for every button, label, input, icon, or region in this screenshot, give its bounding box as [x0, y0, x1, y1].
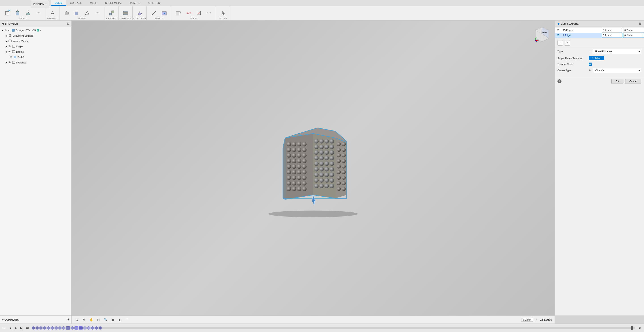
tree-expand-sketches[interactable]: ▶ [5, 61, 8, 64]
tab-mesh[interactable]: MESH [86, 0, 101, 6]
svg-point-7 [38, 12, 39, 13]
svg-point-85 [302, 142, 306, 146]
tree-item-settings[interactable]: ▶ Document Settings [0, 33, 71, 38]
svg-point-13 [96, 12, 96, 13]
browser-title: BROWSER [5, 22, 18, 25]
eye-icon-sketches[interactable]: 👁 [8, 61, 12, 64]
tree-item-sketches[interactable]: ▶ 👁 Sketches [0, 60, 71, 65]
eye-icon-doc[interactable]: 👁 [4, 29, 8, 32]
browser-header: ◀ BROWSER ⚙ [0, 20, 71, 27]
tree-item-origin[interactable]: ▶ 👁 Origin [0, 44, 71, 49]
dot-icon-doc[interactable]: ● [8, 29, 11, 32]
svg-point-33 [210, 12, 211, 13]
tree-icon-named-views [8, 39, 12, 43]
tab-plastic[interactable]: PLASTIC [126, 0, 144, 6]
3d-model [248, 112, 322, 166]
select-label: SELECT [216, 17, 230, 19]
tree-item-bodies[interactable]: ▾ 👁 Bodies [0, 49, 71, 54]
eye-icon-origin[interactable]: 👁 [8, 45, 12, 48]
svg-point-60 [287, 153, 291, 158]
model-area[interactable]: RIGHT Z Y [72, 20, 322, 166]
modify-label: MODIFY [60, 17, 104, 19]
tree-label-bodies: Bodies [16, 50, 24, 53]
configure-label: CONFIGURE [119, 17, 132, 19]
tree-icon-body1 [14, 55, 16, 59]
browser-settings-icon[interactable]: ⚙ [67, 22, 70, 25]
svg-point-87 [302, 153, 306, 158]
svg-rect-16 [109, 13, 112, 15]
insert-label: INSERT [172, 17, 216, 19]
svg-rect-18 [124, 11, 128, 12]
svg-rect-17 [112, 11, 114, 13]
svg-rect-0 [5, 12, 9, 15]
svg-point-37 [10, 35, 10, 36]
svg-point-99 [314, 161, 319, 166]
insert-group: SVG INSERT [172, 6, 216, 20]
svg-rect-40 [12, 50, 15, 53]
tree-label-sketches: Sketches [16, 61, 26, 64]
svg-rect-39 [12, 45, 15, 47]
tab-solid[interactable]: SOLID [51, 0, 66, 6]
eye-icon-body1[interactable]: 👁 [10, 56, 13, 59]
tree-expand-doc[interactable]: ▾ [1, 29, 4, 32]
svg-rect-38 [9, 40, 12, 42]
svg-marker-94 [313, 133, 322, 166]
svg-point-8 [39, 12, 40, 13]
svg-rect-3 [16, 12, 19, 15]
tree-expand-named-views[interactable]: ▶ [5, 39, 8, 43]
toolbar: DESIGN ▾ SOLID SURFACE MESH SHEET METAL … [0, 0, 322, 20]
create-label: CREATE [1, 17, 45, 19]
svg-rect-19 [124, 12, 128, 13]
svg-point-6 [37, 12, 38, 13]
svg-rect-41 [14, 56, 16, 58]
design-chevron-icon: ▾ [46, 3, 46, 5]
tree-expand-settings[interactable]: ▶ [5, 34, 8, 37]
tree-icon-doc [12, 28, 15, 32]
browser-tree: ▾ 👁 ● OctogoonTOp v35 L ● ▶ Document Set… [0, 27, 71, 166]
assemble-label: ASSEMBLE [105, 17, 118, 19]
tree-label-origin: Origin [16, 45, 22, 48]
select-group: SELECT [216, 6, 230, 20]
tree-item-doc[interactable]: ▾ 👁 ● OctogoonTOp v35 L ● [0, 28, 71, 33]
tab-surface[interactable]: SURFACE [66, 0, 86, 6]
svg-point-95 [314, 139, 319, 143]
svg-point-78 [297, 153, 302, 158]
svg-point-15 [98, 12, 99, 13]
doc-eye2-icon[interactable]: ● [40, 29, 41, 32]
tree-icon-settings [8, 34, 12, 37]
tool-row: CREATE AUTOMATE [0, 6, 322, 20]
tree-label-named-views: Named Views [12, 40, 28, 42]
svg-point-69 [292, 153, 296, 158]
construct-group: CONSTRUCT [133, 6, 147, 20]
svg-rect-20 [124, 14, 128, 15]
create-group: CREATE [1, 6, 46, 20]
tree-item-named-views[interactable]: ▶ Named Views [0, 38, 71, 44]
svg-point-88 [302, 159, 306, 163]
svg-rect-35 [12, 29, 14, 31]
tab-sheet-metal[interactable]: SHEET METAL [101, 0, 126, 6]
svg-point-58 [287, 142, 291, 146]
tree-item-body1[interactable]: 👁 Body1 [0, 54, 71, 60]
svg-point-67 [292, 142, 296, 146]
svg-point-59 [287, 147, 291, 152]
svg-point-68 [292, 147, 296, 152]
configure-group: CONFIGURE [119, 6, 132, 20]
assemble-group: ASSEMBLE [105, 6, 118, 20]
svg-marker-34 [222, 11, 225, 15]
modify-group: MODIFY [60, 6, 104, 20]
svg-point-96 [314, 145, 319, 149]
svg-point-76 [297, 142, 302, 146]
svg-marker-27 [179, 12, 180, 13]
svg-point-86 [302, 147, 306, 152]
svg-rect-26 [176, 12, 179, 15]
svg-point-31 [207, 12, 208, 13]
tree-expand-bodies[interactable]: ▾ [5, 50, 8, 53]
tree-label-settings: Document Settings [12, 34, 33, 37]
svg-point-97 [314, 150, 319, 155]
browser-collapse-icon[interactable]: ◀ [2, 22, 4, 25]
svg-line-22 [152, 11, 156, 15]
tab-utilities[interactable]: UTILITIES [144, 0, 164, 6]
eye-icon-bodies[interactable]: 👁 [8, 50, 12, 53]
tree-expand-origin[interactable]: ▶ [5, 45, 8, 48]
svg-point-14 [97, 12, 98, 13]
